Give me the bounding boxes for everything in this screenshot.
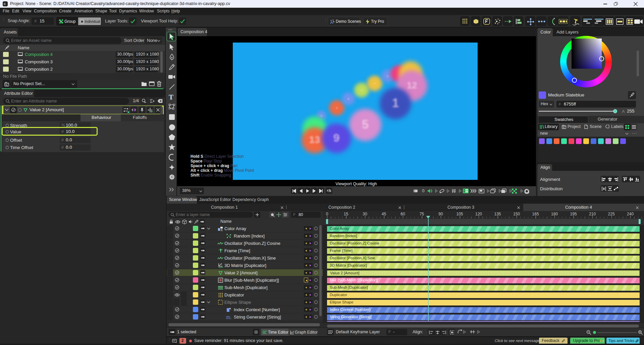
svg-text:abc: abc (226, 315, 230, 318)
